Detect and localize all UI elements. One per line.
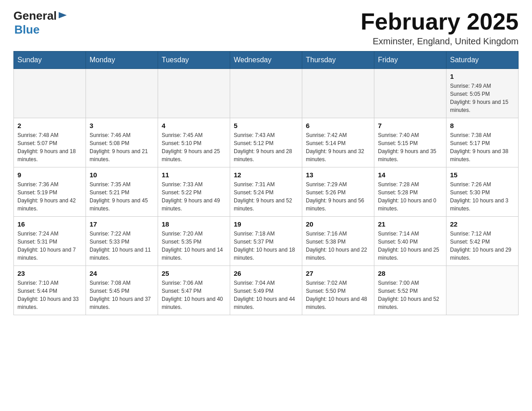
day-number: 7: [378, 122, 442, 129]
calendar-cell: [302, 69, 374, 118]
day-info: Sunrise: 7:00 AMSunset: 5:52 PMDaylight:…: [378, 279, 442, 311]
calendar-week-row: 2Sunrise: 7:48 AMSunset: 5:07 PMDaylight…: [14, 118, 519, 167]
calendar-cell: 15Sunrise: 7:26 AMSunset: 5:30 PMDayligh…: [446, 167, 519, 217]
weekday-header: Thursday: [302, 51, 374, 69]
day-info: Sunrise: 7:16 AMSunset: 5:38 PMDaylight:…: [306, 230, 370, 262]
title-block: February 2025 Exminster, England, United…: [360, 9, 519, 47]
day-info: Sunrise: 7:46 AMSunset: 5:08 PMDaylight:…: [90, 131, 154, 163]
calendar-cell: 14Sunrise: 7:28 AMSunset: 5:28 PMDayligh…: [374, 167, 446, 217]
calendar-cell: 23Sunrise: 7:10 AMSunset: 5:44 PMDayligh…: [14, 266, 86, 315]
calendar-cell: 8Sunrise: 7:38 AMSunset: 5:17 PMDaylight…: [446, 118, 519, 167]
day-number: 25: [162, 270, 226, 277]
day-number: 22: [450, 220, 515, 228]
calendar-cell: 12Sunrise: 7:31 AMSunset: 5:24 PMDayligh…: [230, 167, 302, 217]
day-info: Sunrise: 7:45 AMSunset: 5:10 PMDaylight:…: [162, 131, 226, 163]
calendar-cell: 27Sunrise: 7:02 AMSunset: 5:50 PMDayligh…: [302, 266, 374, 315]
day-number: 9: [17, 171, 82, 179]
logo-general-text: General: [13, 9, 57, 23]
day-number: 12: [234, 171, 298, 179]
calendar-cell: 24Sunrise: 7:08 AMSunset: 5:45 PMDayligh…: [86, 266, 158, 315]
calendar-cell: [374, 69, 446, 118]
calendar-cell: 6Sunrise: 7:42 AMSunset: 5:14 PMDaylight…: [302, 118, 374, 167]
calendar-cell: 16Sunrise: 7:24 AMSunset: 5:31 PMDayligh…: [14, 217, 86, 266]
day-info: Sunrise: 7:06 AMSunset: 5:47 PMDaylight:…: [162, 279, 226, 311]
day-number: 1: [450, 73, 515, 80]
month-title: February 2025: [360, 9, 519, 34]
day-number: 18: [162, 220, 226, 228]
day-info: Sunrise: 7:42 AMSunset: 5:14 PMDaylight:…: [306, 131, 370, 163]
calendar-cell: 10Sunrise: 7:35 AMSunset: 5:21 PMDayligh…: [86, 167, 158, 217]
day-number: 3: [90, 122, 154, 129]
calendar-cell: 22Sunrise: 7:12 AMSunset: 5:42 PMDayligh…: [446, 217, 519, 266]
day-info: Sunrise: 7:02 AMSunset: 5:50 PMDaylight:…: [306, 279, 370, 311]
calendar-cell: [86, 69, 158, 118]
day-number: 5: [234, 122, 298, 129]
day-info: Sunrise: 7:22 AMSunset: 5:33 PMDaylight:…: [90, 230, 154, 262]
calendar-cell: [158, 69, 230, 118]
day-info: Sunrise: 7:38 AMSunset: 5:17 PMDaylight:…: [450, 131, 515, 163]
page-header: General Blue February 2025 Exminster, En…: [13, 9, 519, 47]
day-number: 6: [306, 122, 370, 129]
calendar-cell: [14, 69, 86, 118]
day-info: Sunrise: 7:12 AMSunset: 5:42 PMDaylight:…: [450, 230, 515, 262]
day-info: Sunrise: 7:10 AMSunset: 5:44 PMDaylight:…: [17, 279, 82, 311]
calendar-cell: 9Sunrise: 7:36 AMSunset: 5:19 PMDaylight…: [14, 167, 86, 217]
calendar-cell: [230, 69, 302, 118]
calendar-cell: 21Sunrise: 7:14 AMSunset: 5:40 PMDayligh…: [374, 217, 446, 266]
day-info: Sunrise: 7:48 AMSunset: 5:07 PMDaylight:…: [17, 131, 82, 163]
weekday-header: Friday: [374, 51, 446, 69]
day-info: Sunrise: 7:28 AMSunset: 5:28 PMDaylight:…: [378, 180, 442, 213]
calendar-cell: 3Sunrise: 7:46 AMSunset: 5:08 PMDaylight…: [86, 118, 158, 167]
weekday-header: Saturday: [446, 51, 519, 69]
logo-blue-text: Blue: [14, 23, 39, 36]
calendar-week-row: 1Sunrise: 7:49 AMSunset: 5:05 PMDaylight…: [14, 69, 519, 118]
day-info: Sunrise: 7:33 AMSunset: 5:22 PMDaylight:…: [162, 180, 226, 213]
day-number: 17: [90, 220, 154, 228]
calendar-week-row: 16Sunrise: 7:24 AMSunset: 5:31 PMDayligh…: [14, 217, 519, 266]
day-number: 19: [234, 220, 298, 228]
calendar-cell: 2Sunrise: 7:48 AMSunset: 5:07 PMDaylight…: [14, 118, 86, 167]
day-number: 11: [162, 171, 226, 179]
weekday-header: Wednesday: [230, 51, 302, 69]
calendar-cell: 1Sunrise: 7:49 AMSunset: 5:05 PMDaylight…: [446, 69, 519, 118]
weekday-header: Tuesday: [158, 51, 230, 69]
calendar-cell: 26Sunrise: 7:04 AMSunset: 5:49 PMDayligh…: [230, 266, 302, 315]
day-info: Sunrise: 7:26 AMSunset: 5:30 PMDaylight:…: [450, 180, 515, 213]
day-info: Sunrise: 7:49 AMSunset: 5:05 PMDaylight:…: [450, 82, 515, 114]
calendar-cell: 19Sunrise: 7:18 AMSunset: 5:37 PMDayligh…: [230, 217, 302, 266]
weekday-header: Sunday: [14, 51, 86, 69]
day-number: 24: [90, 270, 154, 277]
day-number: 4: [162, 122, 226, 129]
day-number: 13: [306, 171, 370, 179]
calendar-cell: 17Sunrise: 7:22 AMSunset: 5:33 PMDayligh…: [86, 217, 158, 266]
day-info: Sunrise: 7:24 AMSunset: 5:31 PMDaylight:…: [17, 230, 82, 262]
calendar-cell: 20Sunrise: 7:16 AMSunset: 5:38 PMDayligh…: [302, 217, 374, 266]
day-info: Sunrise: 7:18 AMSunset: 5:37 PMDaylight:…: [234, 230, 298, 262]
day-info: Sunrise: 7:43 AMSunset: 5:12 PMDaylight:…: [234, 131, 298, 163]
day-info: Sunrise: 7:20 AMSunset: 5:35 PMDaylight:…: [162, 230, 226, 262]
day-number: 21: [378, 220, 442, 228]
day-number: 27: [306, 270, 370, 277]
day-number: 10: [90, 171, 154, 179]
day-number: 16: [17, 220, 82, 228]
calendar-cell: 28Sunrise: 7:00 AMSunset: 5:52 PMDayligh…: [374, 266, 446, 315]
logo: General Blue: [13, 9, 68, 37]
day-info: Sunrise: 7:40 AMSunset: 5:15 PMDaylight:…: [378, 131, 442, 163]
day-info: Sunrise: 7:14 AMSunset: 5:40 PMDaylight:…: [378, 230, 442, 262]
day-info: Sunrise: 7:29 AMSunset: 5:26 PMDaylight:…: [306, 180, 370, 213]
day-info: Sunrise: 7:08 AMSunset: 5:45 PMDaylight:…: [90, 279, 154, 311]
day-info: Sunrise: 7:36 AMSunset: 5:19 PMDaylight:…: [17, 180, 82, 213]
calendar-cell: [446, 266, 519, 315]
calendar-week-row: 9Sunrise: 7:36 AMSunset: 5:19 PMDaylight…: [14, 167, 519, 217]
day-number: 23: [17, 270, 82, 277]
day-number: 8: [450, 122, 515, 129]
calendar-week-row: 23Sunrise: 7:10 AMSunset: 5:44 PMDayligh…: [14, 266, 519, 315]
calendar-cell: 18Sunrise: 7:20 AMSunset: 5:35 PMDayligh…: [158, 217, 230, 266]
day-number: 28: [378, 270, 442, 277]
calendar-cell: 11Sunrise: 7:33 AMSunset: 5:22 PMDayligh…: [158, 167, 230, 217]
calendar-cell: 7Sunrise: 7:40 AMSunset: 5:15 PMDaylight…: [374, 118, 446, 167]
weekday-header: Monday: [86, 51, 158, 69]
day-info: Sunrise: 7:31 AMSunset: 5:24 PMDaylight:…: [234, 180, 298, 213]
day-info: Sunrise: 7:04 AMSunset: 5:49 PMDaylight:…: [234, 279, 298, 311]
day-number: 20: [306, 220, 370, 228]
